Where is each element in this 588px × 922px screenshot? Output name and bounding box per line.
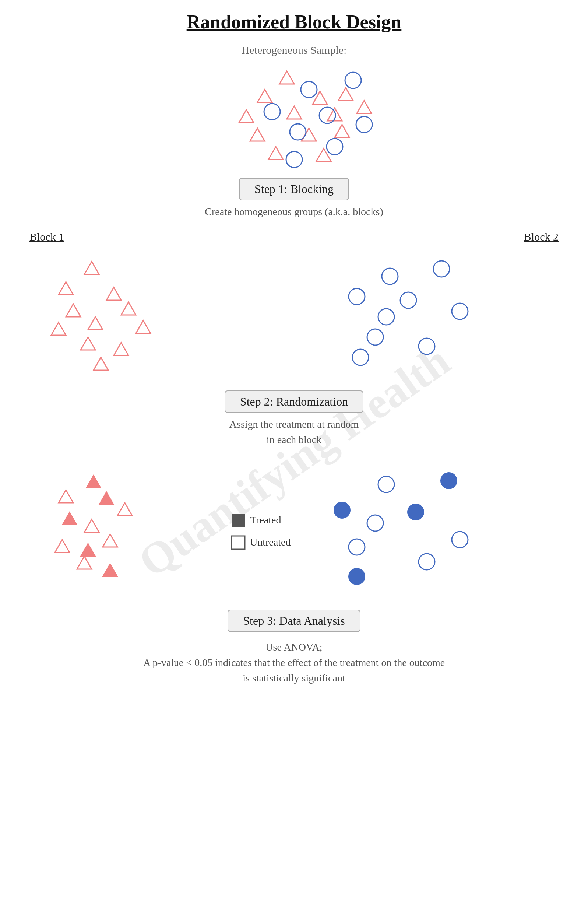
svg-rect-54	[232, 536, 245, 549]
step3-box: Step 3: Data Analysis	[227, 610, 360, 632]
svg-point-37	[452, 303, 468, 319]
step2-section: Treated Untreated	[0, 455, 588, 602]
svg-marker-22	[59, 282, 73, 295]
page-container: Quantifying Health Randomized Block Desi…	[0, 0, 588, 922]
svg-marker-42	[118, 503, 132, 516]
svg-marker-10	[335, 124, 350, 137]
svg-marker-11	[268, 147, 283, 160]
svg-point-59	[452, 531, 468, 548]
svg-point-38	[367, 329, 383, 345]
svg-marker-24	[66, 304, 81, 317]
svg-point-58	[349, 539, 365, 555]
svg-point-56	[378, 476, 394, 492]
svg-point-61	[441, 472, 457, 489]
svg-point-18	[356, 116, 372, 132]
step3-description: Use ANOVA; A p-value < 0.05 indicates th…	[121, 639, 467, 686]
svg-marker-48	[99, 492, 114, 505]
svg-marker-29	[81, 337, 95, 350]
blocks-section	[0, 243, 588, 383]
svg-marker-28	[51, 322, 66, 335]
content: Randomized Block Design Heterogeneous Sa…	[0, 7, 588, 723]
svg-point-13	[301, 82, 317, 98]
svg-point-40	[352, 349, 369, 365]
svg-point-34	[349, 288, 365, 305]
svg-point-62	[334, 502, 350, 518]
svg-marker-45	[55, 539, 70, 553]
step2-svg: Treated Untreated	[36, 455, 552, 602]
svg-marker-31	[93, 357, 108, 370]
svg-point-17	[290, 124, 306, 140]
svg-marker-44	[103, 534, 118, 547]
svg-point-20	[286, 151, 302, 168]
step2-description: Assign the treatment at random in each b…	[229, 417, 359, 448]
svg-text:Untreated: Untreated	[250, 536, 291, 548]
svg-marker-1	[257, 90, 272, 102]
svg-marker-51	[103, 564, 118, 577]
svg-marker-25	[121, 302, 136, 315]
svg-point-63	[408, 504, 424, 520]
page-title: Randomized Block Design	[187, 11, 402, 33]
svg-marker-5	[287, 106, 302, 119]
svg-marker-9	[302, 128, 316, 141]
svg-marker-41	[59, 490, 73, 503]
svg-rect-52	[232, 514, 245, 527]
svg-point-39	[419, 338, 435, 354]
svg-point-35	[400, 292, 416, 308]
step1-description: Create homogeneous groups (a.k.a. blocks…	[205, 204, 383, 219]
svg-marker-43	[84, 519, 99, 532]
blocks-row: Block 1 Block 2	[0, 230, 588, 243]
svg-marker-7	[357, 101, 371, 113]
svg-point-57	[367, 515, 383, 531]
svg-marker-0	[279, 71, 294, 84]
svg-point-33	[433, 261, 449, 277]
svg-marker-26	[88, 317, 103, 330]
step2-box: Step 2: Randomization	[225, 391, 363, 413]
heterogeneous-sample-svg	[165, 60, 423, 170]
svg-point-64	[349, 568, 365, 585]
svg-marker-49	[62, 512, 77, 525]
svg-marker-3	[338, 88, 353, 101]
svg-marker-47	[86, 475, 101, 488]
svg-marker-4	[239, 110, 254, 123]
svg-marker-8	[250, 128, 265, 141]
svg-point-15	[264, 103, 280, 120]
svg-marker-2	[313, 92, 327, 104]
svg-marker-12	[316, 149, 331, 161]
svg-marker-23	[106, 287, 121, 300]
svg-point-32	[382, 268, 398, 284]
svg-point-14	[345, 72, 361, 88]
svg-marker-50	[81, 543, 95, 556]
block2-label: Block 2	[524, 230, 559, 243]
svg-marker-27	[136, 320, 150, 333]
heterogeneous-label: Heterogeneous Sample:	[242, 44, 347, 56]
svg-marker-21	[84, 262, 99, 275]
block1-label: Block 1	[29, 230, 64, 243]
heterogeneous-sample-section	[0, 60, 588, 170]
blocks-svg	[36, 243, 552, 383]
svg-text:Treated: Treated	[250, 514, 281, 526]
svg-marker-30	[114, 343, 129, 355]
step1-box: Step 1: Blocking	[239, 178, 349, 200]
svg-point-60	[419, 554, 435, 570]
svg-marker-46	[77, 556, 91, 569]
svg-point-36	[378, 309, 394, 325]
svg-point-19	[327, 139, 343, 155]
